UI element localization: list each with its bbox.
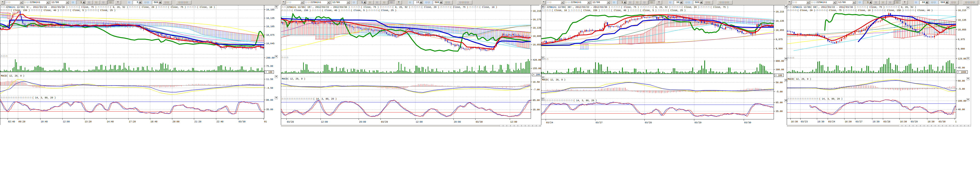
svg-text:12:00: 12:00: [63, 121, 70, 123]
svg-text:-7.00: -7.00: [533, 88, 540, 91]
svg-text:17:20: 17:20: [129, 121, 136, 123]
svg-text:□□□□( Close, 20 ) □□□□( Clos: □□□□( Close, 20 ) □□□□( Close, 75 ) □□□□…: [788, 9, 932, 12]
svg-text:MACD( 12, 26, 9 ): MACD( 12, 26, 9 ): [282, 78, 305, 80]
svg-text:900.00: 900.00: [776, 60, 784, 63]
svg-text:03/24: 03/24: [828, 121, 835, 123]
svg-text:20:00: 20:00: [454, 121, 461, 123]
svg-text:13:20: 13:20: [85, 121, 92, 123]
svg-text:03/28: 03/28: [645, 121, 652, 124]
svg-text:02:40: 02:40: [8, 121, 15, 123]
svg-text:40.00: 40.00: [958, 108, 965, 111]
svg-text:10,135: 10,135: [776, 20, 784, 23]
svg-text:10,215: 10,215: [958, 9, 966, 12]
svg-text:□□225mini 12/06( 5□, 2012/03/2: □□225mini 12/06( 5□, 2012/03/28 - 2012/0…: [1, 6, 215, 8]
svg-text:16:30: 16:30: [873, 121, 880, 123]
svg-text:35.00: 35.00: [533, 109, 540, 111]
svg-text:□□225mini 12/06( 15□, 2012/03/: □□225mini 12/06( 15□, 2012/03/22 - 2012/…: [282, 6, 497, 8]
svg-text:□□□□□□□□□□□□□( 14, 3, 80, 20 ): □□□□□□□□□□□□□( 14, 3, 80, 20 ): [1, 97, 56, 99]
svg-text:□□225mini 12/06( 30□, 2012/03/: □□225mini 12/06( 30□, 2012/03/22 - 2012/…: [542, 6, 728, 8]
svg-text:-5.00: -5.00: [776, 90, 783, 93]
svg-text:20:00: 20:00: [173, 121, 180, 123]
svg-text:75.00: 75.00: [266, 65, 273, 68]
svg-text:21:20: 21:20: [194, 121, 201, 123]
svg-text:03/30: 03/30: [239, 121, 245, 123]
svg-text:9,975: 9,975: [958, 38, 965, 41]
svg-text:10,165: 10,165: [266, 8, 274, 11]
svg-text:03/30: 03/30: [939, 121, 945, 123]
svg-text:□□□□( Close, 10 ) □□□□( Clos: □□□□( Close, 10 ) □□□□( Close, 150 ) □□□…: [542, 9, 686, 12]
svg-text:10,105: 10,105: [266, 25, 274, 28]
svg-text:11.50: 11.50: [266, 78, 273, 80]
svg-text:10,055: 10,055: [776, 29, 784, 32]
svg-text:16:30: 16:30: [791, 121, 798, 123]
svg-text:-4.50: -4.50: [266, 87, 273, 89]
svg-text:16:30: 16:30: [817, 121, 824, 123]
svg-text:10:40: 10:40: [41, 121, 48, 123]
svg-text:35.00: 35.00: [776, 110, 783, 113]
svg-text:03/30: 03/30: [744, 121, 751, 124]
svg-text:03/29: 03/29: [381, 121, 388, 123]
svg-text:× 1000: × 1000: [958, 71, 966, 74]
svg-text:22:40: 22:40: [216, 121, 223, 123]
svg-text:□□□□□□□□□□□□□( 14, 3, 80, 20 ): □□□□□□□□□□□□□( 14, 3, 80, 20 ): [542, 99, 597, 102]
svg-text:03/30: 03/30: [476, 121, 483, 123]
svg-text:95.00: 95.00: [776, 101, 783, 104]
svg-text:155.00: 155.00: [533, 67, 541, 70]
svg-text:100.00: 100.00: [958, 100, 966, 102]
svg-text:10,215: 10,215: [776, 11, 784, 13]
svg-text:9,975: 9,975: [776, 38, 783, 41]
svg-text:50.00: 50.00: [776, 81, 783, 84]
svg-text:420.00: 420.00: [533, 59, 541, 61]
svg-text:□□□□( Close, 150 ) □□□□( Clo: □□□□( Close, 150 ) □□□□( Close, 40 ) □□□…: [1, 9, 116, 12]
svg-text:03/24: 03/24: [546, 121, 553, 124]
svg-text:90.00: 90.00: [266, 99, 273, 101]
svg-text:□□225mini 12/06( 60□, 2012/03/: □□225mini 12/06( 60□, 2012/03/22 - 2012/…: [788, 6, 916, 8]
svg-text:□□□□( Close, 150 ) □□□□( Clo: □□□□( Close, 150 ) □□□□( Close, 40 ) □□□…: [282, 9, 396, 12]
svg-text:10,175: 10,175: [533, 18, 541, 21]
svg-text:10,215: 10,215: [533, 10, 541, 13]
svg-text:10,055: 10,055: [958, 29, 966, 31]
svg-text:10,095: 10,095: [533, 35, 541, 37]
svg-text:MACD( 12, 26, 9 ): MACD( 12, 26, 9 ): [542, 79, 565, 81]
svg-text:12:00: 12:00: [416, 121, 423, 123]
svg-text:14:40: 14:40: [107, 121, 114, 123]
svg-text:01: 01: [264, 121, 267, 123]
svg-text:10,045: 10,045: [266, 42, 274, 45]
svg-text:□□□: □□□: [282, 56, 289, 59]
svg-text:10,075: 10,075: [266, 34, 274, 36]
svg-text:-5.00: -5.00: [958, 88, 965, 90]
svg-text:10,135: 10,135: [533, 27, 541, 29]
svg-text:12:00: 12:00: [510, 121, 517, 123]
svg-text:45.00: 45.00: [958, 67, 965, 69]
svg-text:35.00: 35.00: [266, 108, 273, 111]
svg-text:□□□□□□□□□□□□□( 14, 3, 80, 20 ): □□□□□□□□□□□□□( 14, 3, 80, 20 ): [282, 98, 337, 100]
svg-text:10,135: 10,135: [958, 19, 966, 21]
svg-text:16.50: 16.50: [533, 81, 540, 84]
svg-text:10,135: 10,135: [266, 17, 274, 19]
svg-text:03/23: 03/23: [801, 121, 808, 123]
svg-text:1: 1: [955, 121, 956, 123]
svg-text:× 100: × 100: [775, 74, 782, 77]
svg-text:□□□□□□□□□□□□□( 14, 3, 80, 20 ): □□□□□□□□□□□□□( 14, 3, 80, 20 ): [788, 98, 843, 100]
svg-text:09:20: 09:20: [18, 121, 25, 123]
svg-text:03/28: 03/28: [287, 121, 294, 123]
svg-text:10,055: 10,055: [533, 43, 541, 46]
svg-text:16:30: 16:30: [845, 121, 852, 123]
svg-text:16:30: 16:30: [900, 121, 907, 123]
svg-text:03/29: 03/29: [695, 121, 702, 124]
svg-text:85.00: 85.00: [533, 99, 540, 101]
svg-text:60.00: 60.00: [958, 80, 965, 82]
svg-text:125.00: 125.00: [958, 58, 966, 60]
svg-text:× 100: × 100: [266, 71, 272, 74]
svg-text:03/27: 03/27: [856, 121, 862, 123]
svg-text:□□□: □□□: [1, 55, 8, 58]
svg-text:200.00: 200.00: [266, 57, 274, 59]
svg-text:MACD( 12, 26, 9 ): MACD( 12, 26, 9 ): [788, 78, 811, 80]
svg-text:□□□: □□□: [788, 57, 795, 59]
svg-text:16:30: 16:30: [928, 121, 934, 123]
svg-text:03/28: 03/28: [883, 121, 890, 123]
svg-text:12:00: 12:00: [321, 121, 328, 123]
svg-text:300.00: 300.00: [776, 68, 784, 71]
svg-text:MACD( 12, 26, 9 ): MACD( 12, 26, 9 ): [1, 75, 24, 77]
svg-text:03/29: 03/29: [911, 121, 918, 123]
